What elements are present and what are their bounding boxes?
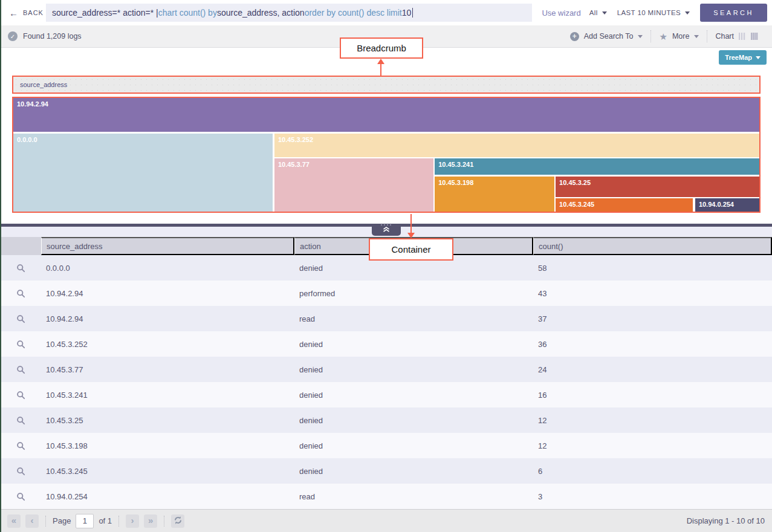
refresh-button[interactable] [171,514,184,528]
pagination-separator [118,516,119,527]
treemap-node[interactable]: 10.45.3.77 [274,158,433,212]
chevron-down-icon [756,56,761,59]
treemap-node[interactable]: 10.45.3.241 [435,158,759,175]
query-segment-keyword: order by count() desc limit [305,8,402,18]
query-segment: 10 [402,8,412,18]
last-page-button[interactable]: » [144,514,157,528]
chevron-down-icon [685,11,690,15]
collapse-chart-button[interactable] [372,224,401,236]
prev-page-button[interactable]: ‹ [25,514,39,528]
search-status: ✓ Found 1,209 logs [8,31,82,41]
drag-handle-dots [381,224,391,225]
star-icon: ★ [659,32,667,41]
cell-count: 24 [533,365,772,374]
back-arrow-icon: ← [9,8,19,18]
cell-source-address: 10.45.3.241 [41,391,294,400]
annotation-container-label: Container [369,238,453,261]
table-row: 10.45.3.245denied6 [0,458,772,484]
treemap-node-label: 10.45.3.198 [435,177,554,189]
chart-columns-view-icon[interactable] [739,33,746,40]
search-button[interactable]: SEARCH [700,4,767,22]
chart-type-dropdown[interactable]: TreeMap [719,50,767,65]
treemap-node[interactable]: 10.45.3.245 [556,198,693,212]
treemap-node[interactable]: 10.94.0.254 [695,198,759,212]
plus-circle-icon: + [570,32,579,41]
treemap-node[interactable]: 10.45.3.198 [435,177,554,212]
row-inspect-button[interactable] [0,264,41,273]
row-inspect-button[interactable] [0,314,41,323]
check-circle-icon: ✓ [8,31,18,41]
cell-source-address: 10.45.3.198 [41,441,294,450]
cell-count: 12 [533,416,772,425]
treemap-node[interactable]: 10.45.3.25 [556,177,759,197]
treemap-node-label: 10.45.3.77 [274,158,433,170]
row-inspect-button[interactable] [0,467,41,476]
app-window: ← BACK source_address=* action=* | chart… [0,0,772,532]
cell-count: 6 [533,467,772,476]
pagination-bar: « ‹ Page of 1 › » Displaying 1 - 10 of 1… [0,509,772,532]
treemap-node[interactable]: 10.94.2.94 [13,98,759,132]
cell-action: denied [294,264,533,273]
page-label: Page [53,516,71,525]
magnifier-icon [16,416,25,425]
time-range-dropdown[interactable]: LAST 10 MINUTES [617,9,690,16]
first-page-button[interactable]: « [7,514,21,528]
annotation-arrow-up-icon [377,59,384,64]
time-range-value: LAST 10 MINUTES [617,9,681,16]
chart-grid-view-icon[interactable] [751,33,758,40]
next-page-button[interactable]: › [126,514,139,528]
search-bar: ← BACK source_address=* action=* | chart… [0,0,772,25]
add-search-to-label: Add Search To [584,32,634,41]
page-number-input[interactable] [76,514,94,528]
row-inspect-button[interactable] [0,289,41,298]
window-left-edge [0,0,1,532]
query-segment-keyword: chart count() by [158,8,217,18]
treemap-node-label: 10.45.3.25 [556,177,759,189]
back-label: BACK [23,9,44,16]
row-inspect-button[interactable] [0,441,41,450]
annotation-arrow-line [380,64,381,77]
search-query-input[interactable]: source_address=* action=* | chart count(… [46,4,532,22]
toolbar-actions: + Add Search To ★ More Chart [562,25,766,47]
header-source-address[interactable]: source_address [41,237,294,255]
treemap-node[interactable]: 10.45.3.252 [274,134,759,157]
treemap-node-label: 10.94.2.94 [13,98,759,110]
treemap-node[interactable]: 0.0.0.0 [13,134,273,212]
magnifier-icon [16,289,25,298]
text-cursor [412,8,413,18]
cell-source-address: 10.94.0.254 [41,492,294,501]
chevron-down-icon [602,11,607,15]
scope-dropdown[interactable]: All [589,9,607,16]
cell-count: 43 [533,289,772,298]
table-row: 10.45.3.25denied12 [0,407,772,433]
cell-action: denied [294,340,533,349]
table-row: 10.45.3.198denied12 [0,433,772,458]
row-inspect-button[interactable] [0,365,41,374]
back-button[interactable]: ← BACK [0,8,46,18]
cell-count: 58 [533,264,772,273]
cell-count: 12 [533,441,772,450]
query-segment: source_address=* action=* | [52,8,158,18]
magnifier-icon [16,314,25,323]
cell-action: read [294,314,533,323]
row-inspect-button[interactable] [0,340,41,349]
add-search-to-dropdown[interactable]: + Add Search To [562,30,651,43]
magnifier-icon [16,441,25,450]
row-inspect-button[interactable] [0,416,41,425]
use-wizard-link[interactable]: Use wizard [542,8,580,18]
header-count[interactable]: count() [533,237,772,255]
chart-view-group: Chart [707,30,766,43]
panel-divider [0,224,772,227]
cell-action: denied [294,391,533,400]
magnifier-icon [16,467,25,476]
breadcrumb-item-source-address[interactable]: source_address [20,81,67,88]
row-inspect-button[interactable] [0,391,41,400]
status-text: Found 1,209 logs [23,32,82,41]
row-inspect-button[interactable] [0,492,41,501]
cell-action: denied [294,467,533,476]
more-dropdown[interactable]: ★ More [651,30,707,43]
query-segment: source_address, action [217,8,305,18]
cell-source-address: 0.0.0.0 [41,264,294,273]
table-row: 10.45.3.252denied36 [0,331,772,357]
displaying-count-text: Displaying 1 - 10 of 10 [687,516,765,525]
